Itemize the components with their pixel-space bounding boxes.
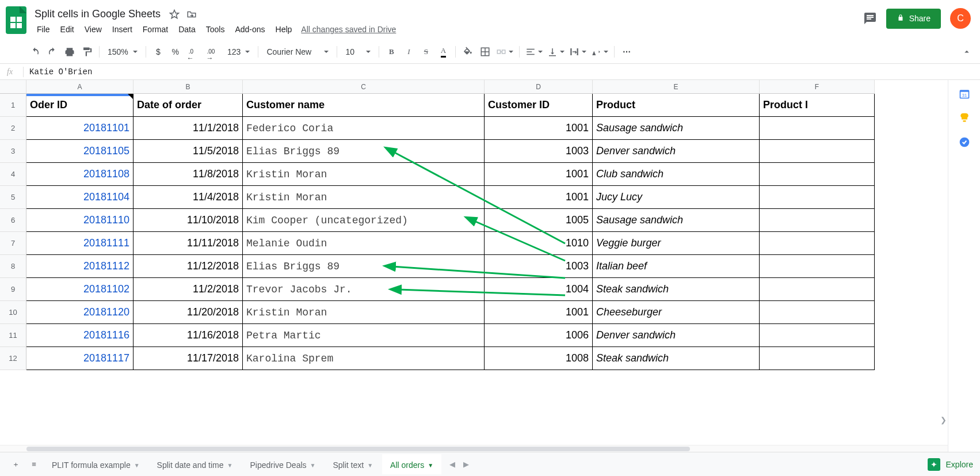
drive-save-status[interactable]: All changes saved in Drive [301,22,396,36]
merge-cells-dropdown[interactable] [495,44,514,59]
header-cell[interactable]: Date of order [134,94,243,117]
menu-format[interactable]: Format [138,22,173,36]
text-wrap-dropdown[interactable] [568,44,588,59]
cell[interactable]: Petra Martic [243,324,485,347]
column-header-B[interactable]: B [134,80,243,94]
tab-scroll-right-button[interactable]: ▶ [463,460,469,469]
cell[interactable]: 1003 [485,255,593,278]
cell[interactable] [760,278,875,301]
more-toolbar-button[interactable]: ⋯ [619,44,635,59]
menu-data[interactable]: Data [174,22,200,36]
menu-help[interactable]: Help [271,22,297,36]
cell[interactable]: 1005 [485,209,593,232]
select-all-corner[interactable] [0,80,26,94]
formula-input[interactable] [29,67,975,77]
print-button[interactable] [62,44,77,59]
cell[interactable]: 11/2/2018 [134,278,243,301]
cell[interactable]: Trevor Jacobs Jr. [243,278,485,301]
cell[interactable] [760,255,875,278]
share-button[interactable]: Share [886,9,941,29]
comments-icon[interactable] [863,12,877,25]
cell[interactable] [760,117,875,140]
menu-tools[interactable]: Tools [201,22,230,36]
cell[interactable]: Steak sandwich [593,278,760,301]
undo-button[interactable] [28,44,43,59]
header-cell[interactable]: Oder ID [26,94,134,117]
cell[interactable]: 11/20/2018 [134,301,243,324]
cell[interactable]: 11/17/2018 [134,347,243,370]
cell[interactable]: Elias Briggs 89 [243,255,485,278]
cell[interactable]: 20181111 [26,232,134,255]
explore-icon[interactable]: ✦ [928,458,940,471]
menu-view[interactable]: View [80,22,106,36]
cell[interactable] [760,209,875,232]
fill-color-button[interactable] [460,44,475,59]
tab-menu-icon[interactable]: ▼ [428,462,433,469]
cell[interactable]: Kristin Moran [243,186,485,209]
horizontal-align-dropdown[interactable] [524,44,544,59]
text-color-button[interactable]: A [436,44,451,59]
borders-button[interactable] [478,44,493,59]
explore-button[interactable]: Explore [946,460,973,469]
tab-scroll-left-button[interactable]: ◀ [449,460,455,469]
row-header[interactable]: 6 [0,209,26,232]
menu-insert[interactable]: Insert [108,22,137,36]
strikethrough-button[interactable]: S [418,44,433,59]
cell[interactable]: Federico Coria [243,117,485,140]
keep-addon-icon[interactable] [959,112,970,124]
row-header[interactable]: 11 [0,324,26,347]
font-size-dropdown[interactable]: 10 [342,44,374,59]
header-cell[interactable]: Product I [760,94,875,117]
column-header-C[interactable]: C [243,80,485,94]
cell[interactable]: 11/10/2018 [134,209,243,232]
cell[interactable]: 20181102 [26,278,134,301]
tab-menu-icon[interactable]: ▼ [227,462,233,469]
cell[interactable]: 11/8/2018 [134,163,243,186]
horizontal-scrollbar[interactable] [0,445,948,452]
cell[interactable]: 1003 [485,140,593,163]
bold-button[interactable]: B [384,44,399,59]
sheet-tab-plit-formula-example[interactable]: PLIT formula example▼ [44,454,148,474]
cell[interactable]: 20181117 [26,347,134,370]
row-header[interactable]: 7 [0,232,26,255]
cell[interactable]: Sausage sandwich [593,209,760,232]
cell[interactable]: 1010 [485,232,593,255]
cell[interactable]: 1001 [485,163,593,186]
row-header[interactable]: 10 [0,301,26,324]
cell[interactable]: Elias Briggs 89 [243,140,485,163]
cell[interactable]: Denver sandwich [593,140,760,163]
redo-button[interactable] [45,44,60,59]
column-header-F[interactable]: F [760,80,875,94]
sheet-tab-pipedrive-deals[interactable]: Pipedrive Deals▼ [242,454,323,474]
cell[interactable]: Sausage sandwich [593,117,760,140]
cell[interactable]: 20181108 [26,163,134,186]
tab-menu-icon[interactable]: ▼ [134,462,140,469]
sheet-tab-split-text[interactable]: Split text▼ [325,454,381,474]
font-family-dropdown[interactable]: Courier New [263,44,332,59]
increase-decimal-button[interactable]: .00→ [203,44,222,59]
cell[interactable]: Veggie burger [593,232,760,255]
cell[interactable]: 1001 [485,301,593,324]
cell[interactable]: Denver sandwich [593,324,760,347]
header-cell[interactable]: Customer name [243,94,485,117]
menu-file[interactable]: File [32,22,55,36]
tab-menu-icon[interactable]: ▼ [310,462,316,469]
row-header[interactable]: 1 [0,94,26,117]
menu-add-ons[interactable]: Add-ons [230,22,269,36]
cell[interactable]: 11/4/2018 [134,186,243,209]
cell[interactable] [760,140,875,163]
row-header[interactable]: 8 [0,255,26,278]
more-formats-dropdown[interactable]: 123 [224,44,253,59]
vertical-align-dropdown[interactable] [546,44,566,59]
cell[interactable]: Kim Cooper (uncategorized) [243,209,485,232]
row-header[interactable]: 12 [0,347,26,370]
column-header-A[interactable]: A [26,80,134,94]
cell[interactable]: Italian beef [593,255,760,278]
cell[interactable]: 11/16/2018 [134,324,243,347]
cell[interactable] [760,301,875,324]
menu-edit[interactable]: Edit [56,22,79,36]
cell[interactable] [760,163,875,186]
cell[interactable]: 1001 [485,117,593,140]
all-sheets-button[interactable]: ≡ [25,456,43,473]
percent-button[interactable]: % [168,44,183,59]
